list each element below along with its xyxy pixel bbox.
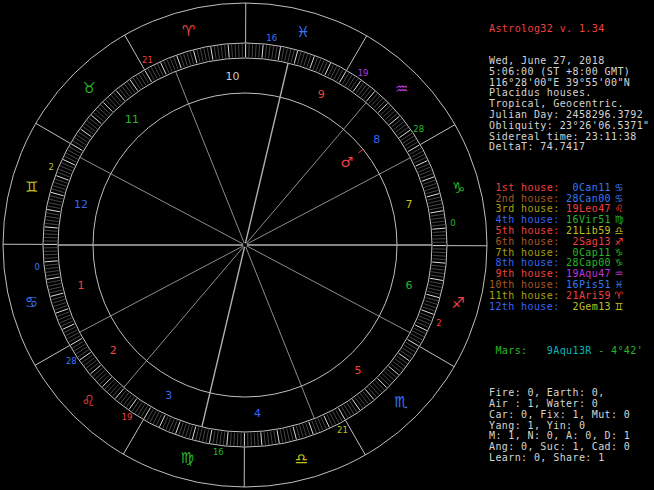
degree-tick — [389, 116, 399, 124]
planet-list: Mars: 9Aqu13R - 4°42' — [489, 346, 654, 357]
house-list: 1st house: 0Can11 ♋ 2nd house: 28Can00 ♋… — [489, 183, 654, 313]
degree-tick — [136, 76, 143, 87]
degree-tick — [130, 80, 137, 91]
degree-tick — [203, 429, 206, 442]
cusp-degree-label: 2 — [48, 162, 53, 172]
degree-tick — [284, 429, 287, 442]
degree-tick — [46, 274, 59, 276]
degree-tick — [401, 351, 412, 358]
degree-tick — [421, 310, 433, 314]
degree-tick — [271, 431, 273, 444]
degree-tick — [108, 98, 117, 108]
degree-tick — [411, 334, 422, 340]
house-number-4: 4 — [254, 407, 261, 420]
planet-row: Mars: 9Aqu13R - 4°42' — [489, 346, 654, 357]
degree-tick — [428, 200, 441, 203]
cusp-degree-label: 16 — [266, 33, 277, 43]
degree-tick — [287, 428, 290, 441]
degree-tick — [50, 196, 63, 199]
degree-tick — [391, 364, 401, 372]
degree-tick — [80, 352, 91, 359]
degree-tick — [291, 50, 294, 63]
degree-tick — [428, 288, 441, 291]
degree-tick — [331, 66, 337, 78]
degree-tick — [48, 206, 61, 209]
degree-tick — [348, 77, 355, 88]
degree-tick — [85, 124, 95, 132]
sign-glyph-aquarius: ♒ — [395, 80, 408, 98]
degree-tick — [393, 361, 403, 369]
house-number-7: 7 — [406, 198, 413, 211]
stats-block: Fire: 0, Earth: 0,Air : 1, Water: 0Car: … — [489, 388, 654, 464]
degree-tick — [150, 411, 156, 422]
degree-tick — [111, 95, 120, 105]
degree-tick — [77, 135, 88, 142]
degree-tick — [430, 211, 443, 213]
cusp-degree-label: 2 — [436, 318, 441, 328]
degree-tick — [430, 207, 443, 209]
degree-tick — [145, 71, 151, 82]
degree-tick — [368, 387, 376, 397]
degree-tick — [399, 130, 410, 137]
degree-tick — [87, 121, 97, 129]
sign-glyph-virgo: ♍ — [180, 449, 193, 467]
degree-tick — [386, 369, 396, 378]
degree-tick — [197, 50, 200, 63]
degree-tick — [46, 271, 59, 273]
degree-tick — [232, 44, 233, 57]
cusp-degree-label: 16 — [213, 447, 224, 457]
degree-tick — [186, 425, 190, 437]
degree-tick — [433, 255, 446, 256]
sign-glyph-cancer: ♋ — [25, 293, 38, 311]
degree-tick — [107, 382, 116, 391]
degree-tick — [373, 383, 382, 393]
degree-tick — [423, 180, 435, 184]
degree-tick — [227, 432, 228, 445]
degree-tick — [230, 432, 231, 445]
degree-tick — [303, 424, 307, 436]
degree-tick — [49, 287, 62, 290]
degree-tick — [204, 48, 207, 61]
sign-glyph-leo: ♌ — [82, 392, 95, 410]
degree-tick — [46, 220, 59, 222]
degree-tick — [194, 51, 197, 64]
planet-position: 9Aqu13R — [534, 345, 592, 356]
degree-tick — [369, 94, 378, 104]
degree-tick — [180, 55, 184, 67]
degree-tick — [207, 48, 209, 61]
planet-pointer-mars — [358, 149, 363, 153]
degree-tick — [45, 227, 58, 228]
house-cusp-value: 2Gem13 — [566, 301, 611, 312]
degree-tick — [274, 431, 276, 444]
degree-tick — [364, 89, 372, 99]
degree-tick — [429, 204, 442, 207]
degree-tick — [105, 380, 114, 389]
degree-tick — [52, 189, 64, 193]
degree-tick — [404, 345, 415, 352]
cusp-degree-label: 28 — [66, 356, 77, 366]
cusp-degree-label: 21 — [142, 55, 153, 65]
degree-tick — [342, 73, 349, 84]
degree-tick — [433, 235, 446, 236]
cusp-degree-label: 19 — [122, 412, 133, 422]
degree-tick — [113, 386, 122, 396]
house-cusp-value: 28Cap00 — [566, 257, 611, 268]
cusp-degree-label: 21 — [337, 425, 348, 435]
degree-tick — [341, 406, 348, 417]
degree-tick — [297, 52, 301, 64]
sign-boundary-line — [347, 36, 367, 71]
degree-tick — [431, 218, 444, 220]
house-cusp-line — [80, 157, 243, 244]
degree-tick — [365, 389, 373, 399]
degree-tick — [53, 186, 65, 190]
degree-tick — [288, 49, 291, 62]
degree-tick — [84, 358, 94, 366]
degree-tick — [424, 304, 436, 308]
house-cusp-value: 16Vir51 — [566, 214, 611, 225]
degree-tick — [141, 406, 148, 417]
degree-tick — [139, 74, 146, 85]
degree-tick — [221, 45, 223, 58]
degree-tick — [259, 45, 260, 58]
degree-tick — [45, 230, 58, 231]
degree-tick — [138, 404, 145, 415]
